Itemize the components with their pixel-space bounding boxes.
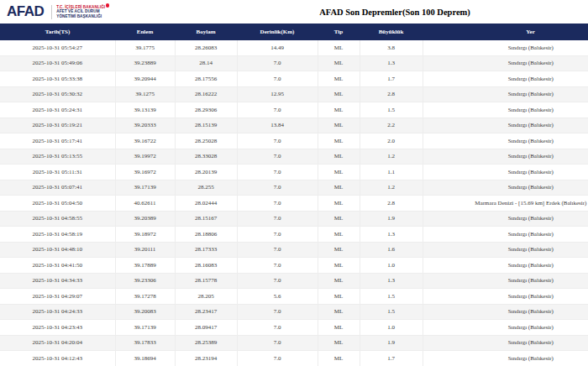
cell-depth: 7.0 xyxy=(237,71,318,87)
earthquake-row[interactable]: 2025-10-31 04:48:1039.2011128.173337.0ML… xyxy=(0,242,588,258)
cell-depth: 7.0 xyxy=(237,304,318,320)
cell-longitude: 28.15167 xyxy=(175,211,237,227)
earthquake-row[interactable]: 2025-10-31 05:07:4139.1713928.2557.0ML1.… xyxy=(0,180,588,196)
earthquake-row[interactable]: 2025-10-31 05:33:3839.2094428.175567.0ML… xyxy=(0,71,588,87)
cell-longitude: 28.25028 xyxy=(175,133,237,149)
cell-depth: 7.0 xyxy=(237,211,318,227)
cell-date: 2025-10-31 05:11:31 xyxy=(0,165,115,180)
cell-type: ML xyxy=(318,86,360,102)
cell-latitude: 39.17278 xyxy=(115,289,175,305)
cell-date: 2025-10-31 05:04:50 xyxy=(0,196,115,212)
cell-longitude: 28.20139 xyxy=(175,165,237,180)
earthquake-row[interactable]: 2025-10-31 04:23:4339.1713928.094177.0ML… xyxy=(0,320,588,336)
cell-depth: 7.0 xyxy=(237,102,318,118)
earthquake-row[interactable]: 2025-10-31 05:24:3139.1313928.293067.0ML… xyxy=(0,102,588,118)
cell-location: Sındırgı (Balıkesir) xyxy=(423,165,588,180)
earthquake-row[interactable]: 2025-10-31 04:58:1939.1897228.188067.0ML… xyxy=(0,227,588,243)
cell-magnitude: 1.5 xyxy=(360,289,423,305)
cell-longitude: 28.15778 xyxy=(175,273,237,289)
cell-longitude: 28.17333 xyxy=(175,242,237,258)
earthquake-row[interactable]: 2025-10-31 04:41:5039.1788928.160837.0ML… xyxy=(0,258,588,274)
cell-location: Sındırgı (Balıkesir) xyxy=(423,149,588,165)
cell-magnitude: 1.0 xyxy=(360,320,423,336)
cell-location: Sındırgı (Balıkesir) xyxy=(423,40,588,55)
cell-type: ML xyxy=(318,289,360,305)
earthquake-row[interactable]: 2025-10-31 04:34:3339.2330628.157787.0ML… xyxy=(0,273,588,289)
cell-type: ML xyxy=(318,196,360,212)
cell-latitude: 39.18972 xyxy=(115,227,175,243)
cell-longitude: 28.18806 xyxy=(175,227,237,243)
earthquake-row[interactable]: 2025-10-31 05:19:2139.2033328.1513913.84… xyxy=(0,118,588,133)
cell-date: 2025-10-31 05:33:38 xyxy=(0,71,115,87)
cell-magnitude: 1.3 xyxy=(360,55,423,71)
cell-location: Sındırgı (Balıkesir) xyxy=(423,258,588,274)
afad-logo[interactable]: AFAD T.C. İÇİŞLERİ BAKANLIĞI AFET VE ACİ… xyxy=(7,3,105,21)
cell-magnitude: 2.0 xyxy=(360,133,423,149)
cell-latitude: 39.20389 xyxy=(115,211,175,227)
column-header-date: Tarih(TS) xyxy=(0,24,115,40)
earthquake-row[interactable]: 2025-10-31 05:11:3139.1697228.201397.0ML… xyxy=(0,165,588,180)
cell-depth: 13.84 xyxy=(237,118,318,133)
cell-depth: 7.0 xyxy=(237,55,318,71)
ministry-line-2: AFET VE ACİL DURUM xyxy=(56,9,105,14)
cell-latitude: 39.16722 xyxy=(115,133,175,149)
cell-type: ML xyxy=(318,71,360,87)
earthquake-row[interactable]: 2025-10-31 05:04:5040.6261128.024447.0ML… xyxy=(0,196,588,212)
top-bar: AFAD T.C. İÇİŞLERİ BAKANLIĞI AFET VE ACİ… xyxy=(0,0,588,24)
column-header-type: Tip xyxy=(318,24,360,40)
cell-date: 2025-10-31 04:23:43 xyxy=(0,320,115,336)
cell-depth: 7.0 xyxy=(237,180,318,196)
cell-magnitude: 2.8 xyxy=(360,86,423,102)
cell-latitude: 39.13139 xyxy=(115,102,175,118)
cell-depth: 7.0 xyxy=(237,273,318,289)
cell-magnitude: 1.3 xyxy=(360,273,423,289)
cell-latitude: 39.19972 xyxy=(115,149,175,165)
cell-date: 2025-10-31 05:49:06 xyxy=(0,55,115,71)
cell-depth: 14.49 xyxy=(237,40,318,55)
cell-type: ML xyxy=(318,180,360,196)
cell-date: 2025-10-31 05:17:41 xyxy=(0,133,115,149)
cell-magnitude: 1.5 xyxy=(360,102,423,118)
earthquake-row[interactable]: 2025-10-31 05:30:3239.127528.1622212.95M… xyxy=(0,86,588,102)
logo-divider xyxy=(51,5,52,19)
cell-date: 2025-10-31 04:58:19 xyxy=(0,227,115,243)
earthquake-row[interactable]: 2025-10-31 04:24:3339.2008328.234177.0ML… xyxy=(0,304,588,320)
cell-longitude: 28.16222 xyxy=(175,86,237,102)
cell-longitude: 28.09417 xyxy=(175,320,237,336)
earthquake-row[interactable]: 2025-10-31 05:17:4139.1672228.250287.0ML… xyxy=(0,133,588,149)
cell-latitude: 39.23306 xyxy=(115,273,175,289)
cell-latitude: 39.20333 xyxy=(115,118,175,133)
cell-location: Sındırgı (Balıkesir) xyxy=(423,55,588,71)
earthquake-row[interactable]: 2025-10-31 04:58:5539.2038928.151677.0ML… xyxy=(0,211,588,227)
cell-type: ML xyxy=(318,211,360,227)
earthquake-row[interactable]: 2025-10-31 04:20:0439.1783328.253897.0ML… xyxy=(0,335,588,351)
cell-magnitude: 1.2 xyxy=(360,180,423,196)
cell-magnitude: 1.2 xyxy=(360,149,423,165)
cell-longitude: 28.255 xyxy=(175,180,237,196)
column-header-longitude: Boylam xyxy=(175,24,237,40)
earthquake-row[interactable]: 2025-10-31 05:54:2739.177528.2608314.49M… xyxy=(0,40,588,55)
cell-location: Sındırgı (Balıkesir) xyxy=(423,211,588,227)
cell-longitude: 28.16083 xyxy=(175,258,237,274)
earthquake-table: Tarih(TS) Enlem Boylam Derinlik(Km) Tip … xyxy=(0,24,588,366)
cell-type: ML xyxy=(318,242,360,258)
earthquake-row[interactable]: 2025-10-31 05:13:5539.1997228.330287.0ML… xyxy=(0,149,588,165)
cell-location: Sındırgı (Balıkesir) xyxy=(423,351,588,366)
earthquake-row[interactable]: 2025-10-31 04:12:4339.1869428.231947.0ML… xyxy=(0,351,588,366)
cell-location: Sındırgı (Balıkesir) xyxy=(423,304,588,320)
earthquake-row[interactable]: 2025-10-31 04:29:0739.1727828.2055.6ML1.… xyxy=(0,289,588,305)
cell-longitude: 28.17556 xyxy=(175,71,237,87)
earthquake-table-body: 2025-10-31 05:54:2739.177528.2608314.49M… xyxy=(0,40,588,366)
cell-type: ML xyxy=(318,118,360,133)
cell-magnitude: 1.7 xyxy=(360,71,423,87)
table-header-row: Tarih(TS) Enlem Boylam Derinlik(Km) Tip … xyxy=(0,24,588,40)
cell-type: ML xyxy=(318,258,360,274)
cell-latitude: 39.16972 xyxy=(115,165,175,180)
cell-latitude: 39.17139 xyxy=(115,320,175,336)
cell-type: ML xyxy=(318,335,360,351)
cell-date: 2025-10-31 05:24:31 xyxy=(0,102,115,118)
earthquake-row[interactable]: 2025-10-31 05:49:0639.2388928.147.0ML1.3… xyxy=(0,55,588,71)
cell-depth: 5.6 xyxy=(237,289,318,305)
cell-longitude: 28.25389 xyxy=(175,335,237,351)
cell-location: Sındırgı (Balıkesir) xyxy=(423,71,588,87)
